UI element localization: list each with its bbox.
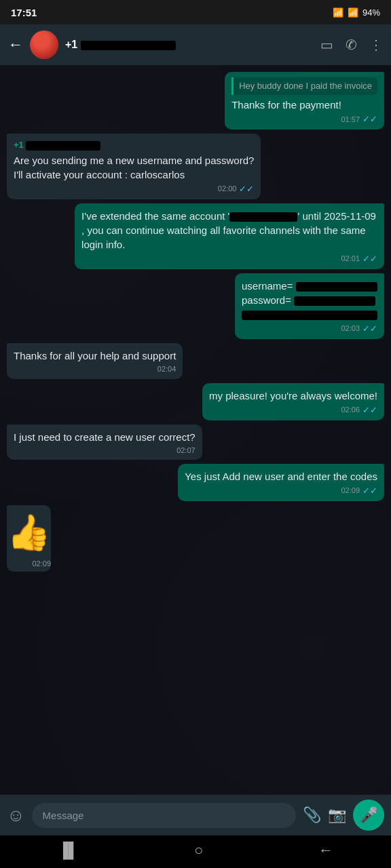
message-text: Thanks for the payment!: [231, 98, 377, 112]
message-time: 02:04: [157, 364, 176, 374]
attach-icon[interactable]: 📎: [303, 806, 321, 824]
message-text: I just need to create a new user correct…: [14, 430, 196, 444]
signal-icon: 📶: [348, 7, 358, 18]
message-meta: 02:04: [14, 364, 176, 374]
message-bubble-received[interactable]: I just need to create a new user correct…: [7, 425, 202, 460]
message-ticks: ✓✓: [362, 113, 377, 125]
message-input[interactable]: [32, 803, 296, 828]
message-bubble-sent[interactable]: Hey buddy done I paid the invoice Thanks…: [225, 72, 384, 130]
sender-name-redacted: [26, 141, 100, 151]
quoted-message: Hey buddy done I paid the invoice: [231, 77, 377, 95]
phone-call-icon[interactable]: ✆: [346, 37, 357, 53]
message-row: Hey buddy done I paid the invoice Thanks…: [7, 72, 384, 130]
sender-name: +1: [14, 139, 254, 151]
input-bar: ☺ 📎 📷 🎤: [0, 795, 391, 835]
status-icons: 📶 📶 94%: [333, 7, 380, 18]
nav-home-icon[interactable]: ○: [194, 842, 203, 859]
bottom-nav: ▐▌ ○ ←: [0, 835, 391, 868]
mic-button[interactable]: 🎤: [353, 800, 384, 831]
camera-icon[interactable]: 📷: [328, 806, 346, 824]
message-row: I've extended the same account '' until …: [7, 203, 384, 269]
message-row: 👍 02:09: [7, 505, 384, 572]
message-meta: 02:07: [14, 446, 196, 456]
message-bubble-sent[interactable]: Yes just Add new user and enter the code…: [178, 464, 384, 501]
message-time: 02:09: [32, 559, 51, 569]
message-meta: 02:09 ✓✓: [185, 485, 377, 497]
message-bubble-sent[interactable]: username= password= 02:03 ✓✓: [235, 273, 384, 339]
redacted-text: [229, 212, 297, 222]
chat-body: Hey buddy done I paid the invoice Thanks…: [0, 65, 391, 795]
wifi-icon: 📶: [333, 7, 343, 18]
back-button[interactable]: ←: [8, 36, 23, 54]
nav-back-icon[interactable]: ←: [318, 842, 333, 859]
status-time: 17:51: [11, 7, 37, 18]
chat-header: ← +1 ▭ ✆ ⋮: [0, 24, 391, 65]
message-ticks: ✓✓: [362, 485, 377, 497]
status-bar: 17:51 📶 📶 94%: [0, 0, 391, 24]
message-text: Yes just Add new user and enter the code…: [185, 469, 377, 484]
header-info: +1: [65, 39, 314, 51]
message-row: Thanks for all your help and support 02:…: [7, 343, 384, 378]
message-text: Thanks for all your help and support: [14, 349, 176, 363]
message-row: Yes just Add new user and enter the code…: [7, 464, 384, 501]
message-time: 02:09: [341, 486, 360, 496]
message-time: 02:01: [341, 254, 360, 264]
avatar-image: [30, 31, 58, 59]
message-ticks: ✓✓: [362, 323, 377, 335]
message-row: I just need to create a new user correct…: [7, 425, 384, 460]
message-ticks: ✓✓: [362, 404, 377, 416]
message-time: 02:07: [176, 446, 196, 456]
message-bubble-received[interactable]: +1 Are you sending me a new username and…: [7, 134, 261, 199]
message-row: username= password= 02:03 ✓✓: [7, 273, 384, 339]
message-time: 02:00: [218, 184, 237, 194]
message-time: 01:57: [341, 115, 360, 125]
message-meta: 02:01 ✓✓: [81, 253, 377, 265]
battery-icon: 94%: [362, 7, 380, 18]
emoji-message: 👍: [7, 508, 51, 557]
message-text: Are you sending me a new username and pa…: [14, 153, 254, 182]
message-text: username= password=: [242, 279, 377, 321]
emoji-button[interactable]: ☺: [7, 805, 25, 826]
message-meta: 01:57 ✓✓: [231, 113, 377, 125]
mic-icon: 🎤: [360, 806, 378, 824]
message-meta: 02:09: [7, 559, 51, 569]
message-ticks: ✓✓: [239, 183, 254, 195]
message-row: my pleasure! you're always welcome! 02:0…: [7, 383, 384, 420]
message-ticks: ✓✓: [362, 253, 377, 265]
quote-text: Hey buddy done I paid the invoice: [239, 80, 372, 92]
message-bubble-sent[interactable]: I've extended the same account '' until …: [75, 203, 384, 269]
redacted-password: [294, 296, 375, 306]
contact-name[interactable]: +1: [65, 39, 314, 51]
message-bubble-received[interactable]: Thanks for all your help and support 02:…: [7, 343, 183, 378]
message-time: 02:06: [341, 405, 360, 415]
avatar[interactable]: [30, 31, 58, 59]
message-meta: 02:00 ✓✓: [14, 183, 254, 195]
message-meta: 02:03 ✓✓: [242, 323, 377, 335]
redacted-extra: [242, 311, 377, 320]
contact-name-redacted: [81, 41, 176, 50]
menu-icon[interactable]: ⋮: [369, 37, 383, 53]
message-meta: 02:06 ✓✓: [209, 404, 377, 416]
redacted-username: [296, 282, 377, 292]
message-text: I've extended the same account '' until …: [81, 209, 377, 252]
message-time: 02:03: [341, 323, 360, 334]
nav-recents-icon[interactable]: ▐▌: [58, 842, 79, 859]
message-bubble-emoji[interactable]: 👍 02:09: [7, 505, 51, 572]
message-row: +1 Are you sending me a new username and…: [7, 134, 384, 199]
header-action-icons: ▭ ✆ ⋮: [320, 37, 383, 53]
video-call-icon[interactable]: ▭: [320, 37, 333, 53]
message-text: my pleasure! you're always welcome!: [209, 389, 377, 403]
message-bubble-sent[interactable]: my pleasure! you're always welcome! 02:0…: [202, 383, 384, 420]
